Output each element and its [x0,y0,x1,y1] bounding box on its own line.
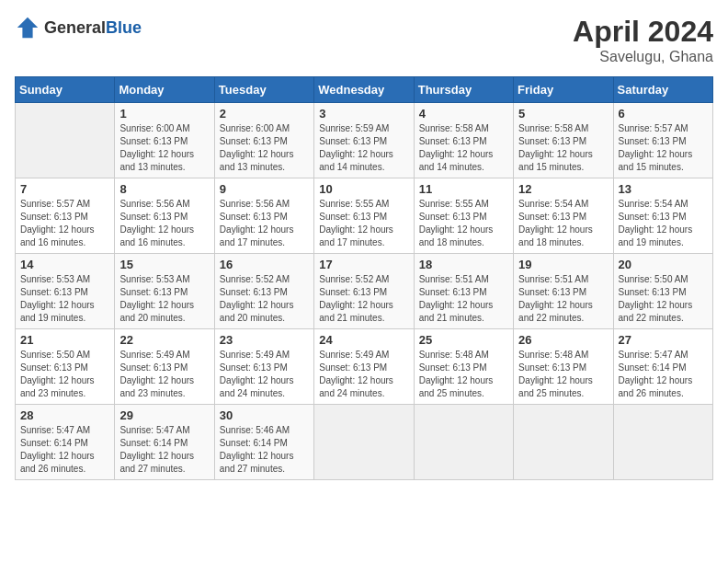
calendar-cell: 15Sunrise: 5:53 AM Sunset: 6:13 PM Dayli… [115,254,214,329]
calendar-cell: 6Sunrise: 5:57 AM Sunset: 6:13 PM Daylig… [613,103,712,178]
column-header-friday: Friday [514,77,613,103]
day-info: Sunrise: 5:48 AM Sunset: 6:13 PM Dayligh… [518,349,608,400]
logo: GeneralBlue [15,15,142,40]
day-number: 19 [518,258,608,271]
calendar-cell [514,405,613,480]
day-number: 30 [220,408,309,422]
calendar-cell: 28Sunrise: 5:47 AM Sunset: 6:14 PM Dayli… [16,405,115,480]
day-info: Sunrise: 5:58 AM Sunset: 6:13 PM Dayligh… [419,122,508,174]
day-info: Sunrise: 5:52 AM Sunset: 6:13 PM Dayligh… [319,273,408,325]
day-number: 26 [518,333,608,347]
calendar-cell: 2Sunrise: 6:00 AM Sunset: 6:13 PM Daylig… [214,103,313,178]
calendar-cell: 29Sunrise: 5:47 AM Sunset: 6:14 PM Dayli… [115,405,214,480]
column-header-thursday: Thursday [414,77,513,103]
day-number: 7 [20,182,109,196]
calendar-cell: 19Sunrise: 5:51 AM Sunset: 6:13 PM Dayli… [514,254,613,329]
day-number: 4 [419,107,508,121]
day-info: Sunrise: 5:51 AM Sunset: 6:13 PM Dayligh… [419,273,508,325]
calendar-cell: 4Sunrise: 5:58 AM Sunset: 6:13 PM Daylig… [414,103,513,178]
column-header-wednesday: Wednesday [314,77,414,103]
day-number: 6 [619,107,708,121]
day-number: 16 [220,258,309,271]
day-info: Sunrise: 5:56 AM Sunset: 6:13 PM Dayligh… [220,198,309,249]
calendar-cell: 5Sunrise: 5:58 AM Sunset: 6:13 PM Daylig… [514,103,613,178]
day-info: Sunrise: 5:49 AM Sunset: 6:13 PM Dayligh… [119,349,209,400]
day-info: Sunrise: 5:53 AM Sunset: 6:13 PM Dayligh… [119,273,209,325]
day-number: 14 [20,258,109,271]
day-number: 3 [319,107,408,121]
calendar-cell: 12Sunrise: 5:54 AM Sunset: 6:13 PM Dayli… [514,178,613,254]
day-number: 9 [220,182,309,196]
calendar-cell: 16Sunrise: 5:52 AM Sunset: 6:13 PM Dayli… [214,254,313,329]
calendar-cell: 14Sunrise: 5:53 AM Sunset: 6:13 PM Dayli… [16,254,115,329]
day-number: 1 [119,107,209,121]
column-header-sunday: Sunday [16,77,115,103]
calendar-cell [613,405,712,480]
day-info: Sunrise: 5:54 AM Sunset: 6:13 PM Dayligh… [619,198,708,249]
calendar-cell: 25Sunrise: 5:48 AM Sunset: 6:13 PM Dayli… [414,329,513,405]
calendar-cell: 8Sunrise: 5:56 AM Sunset: 6:13 PM Daylig… [115,178,214,254]
day-number: 24 [319,333,408,347]
svg-marker-0 [17,17,38,38]
day-info: Sunrise: 5:46 AM Sunset: 6:14 PM Dayligh… [220,424,309,476]
column-header-monday: Monday [115,77,214,103]
page-header: GeneralBlue April 2024 Savelugu, Ghana [15,15,713,65]
day-info: Sunrise: 5:57 AM Sunset: 6:13 PM Dayligh… [20,198,109,249]
day-info: Sunrise: 5:56 AM Sunset: 6:13 PM Dayligh… [119,198,209,249]
day-number: 23 [220,333,309,347]
calendar-cell: 23Sunrise: 5:49 AM Sunset: 6:13 PM Dayli… [214,329,313,405]
calendar-cell: 26Sunrise: 5:48 AM Sunset: 6:13 PM Dayli… [514,329,613,405]
day-info: Sunrise: 5:54 AM Sunset: 6:13 PM Dayligh… [518,198,608,249]
day-info: Sunrise: 5:49 AM Sunset: 6:13 PM Dayligh… [319,349,408,400]
calendar-cell: 27Sunrise: 5:47 AM Sunset: 6:14 PM Dayli… [613,329,712,405]
day-info: Sunrise: 5:52 AM Sunset: 6:13 PM Dayligh… [220,273,309,325]
day-info: Sunrise: 6:00 AM Sunset: 6:13 PM Dayligh… [119,122,209,174]
calendar-week-row: 28Sunrise: 5:47 AM Sunset: 6:14 PM Dayli… [16,405,713,480]
calendar-cell: 11Sunrise: 5:55 AM Sunset: 6:13 PM Dayli… [414,178,513,254]
day-info: Sunrise: 5:57 AM Sunset: 6:13 PM Dayligh… [619,122,708,174]
calendar-cell: 7Sunrise: 5:57 AM Sunset: 6:13 PM Daylig… [16,178,115,254]
day-info: Sunrise: 5:53 AM Sunset: 6:13 PM Dayligh… [20,273,109,325]
day-info: Sunrise: 6:00 AM Sunset: 6:13 PM Dayligh… [220,122,309,174]
calendar-cell [314,405,414,480]
day-number: 8 [119,182,209,196]
day-number: 12 [518,182,608,196]
calendar-header-row: SundayMondayTuesdayWednesdayThursdayFrid… [16,77,713,103]
day-number: 20 [619,258,708,271]
day-info: Sunrise: 5:50 AM Sunset: 6:13 PM Dayligh… [619,273,708,325]
day-number: 13 [619,182,708,196]
day-info: Sunrise: 5:50 AM Sunset: 6:13 PM Dayligh… [20,349,109,400]
day-info: Sunrise: 5:47 AM Sunset: 6:14 PM Dayligh… [20,424,109,476]
logo-text: GeneralBlue [44,18,142,38]
logo-general: General [44,18,106,37]
calendar-cell: 10Sunrise: 5:55 AM Sunset: 6:13 PM Dayli… [314,178,414,254]
calendar-cell: 1Sunrise: 6:00 AM Sunset: 6:13 PM Daylig… [115,103,214,178]
day-info: Sunrise: 5:47 AM Sunset: 6:14 PM Dayligh… [119,424,209,476]
calendar-table: SundayMondayTuesdayWednesdayThursdayFrid… [15,76,713,480]
calendar-cell [414,405,513,480]
calendar-cell: 21Sunrise: 5:50 AM Sunset: 6:13 PM Dayli… [16,329,115,405]
calendar-title: April 2024 [573,15,713,49]
logo-blue: Blue [106,18,142,37]
calendar-cell: 9Sunrise: 5:56 AM Sunset: 6:13 PM Daylig… [214,178,313,254]
day-number: 15 [119,258,209,271]
calendar-cell: 17Sunrise: 5:52 AM Sunset: 6:13 PM Dayli… [314,254,414,329]
calendar-cell [16,103,115,178]
day-info: Sunrise: 5:59 AM Sunset: 6:13 PM Dayligh… [319,122,408,174]
calendar-subtitle: Savelugu, Ghana [573,49,713,65]
day-info: Sunrise: 5:55 AM Sunset: 6:13 PM Dayligh… [319,198,408,249]
title-block: April 2024 Savelugu, Ghana [573,15,713,65]
column-header-tuesday: Tuesday [214,77,313,103]
day-number: 10 [319,182,408,196]
column-header-saturday: Saturday [613,77,712,103]
day-info: Sunrise: 5:47 AM Sunset: 6:14 PM Dayligh… [619,349,708,400]
day-number: 18 [419,258,508,271]
day-number: 28 [20,408,109,422]
day-number: 29 [119,408,209,422]
day-number: 17 [319,258,408,271]
calendar-week-row: 14Sunrise: 5:53 AM Sunset: 6:13 PM Dayli… [16,254,713,329]
calendar-week-row: 21Sunrise: 5:50 AM Sunset: 6:13 PM Dayli… [16,329,713,405]
day-number: 2 [220,107,309,121]
day-number: 25 [419,333,508,347]
logo-icon [15,15,40,40]
